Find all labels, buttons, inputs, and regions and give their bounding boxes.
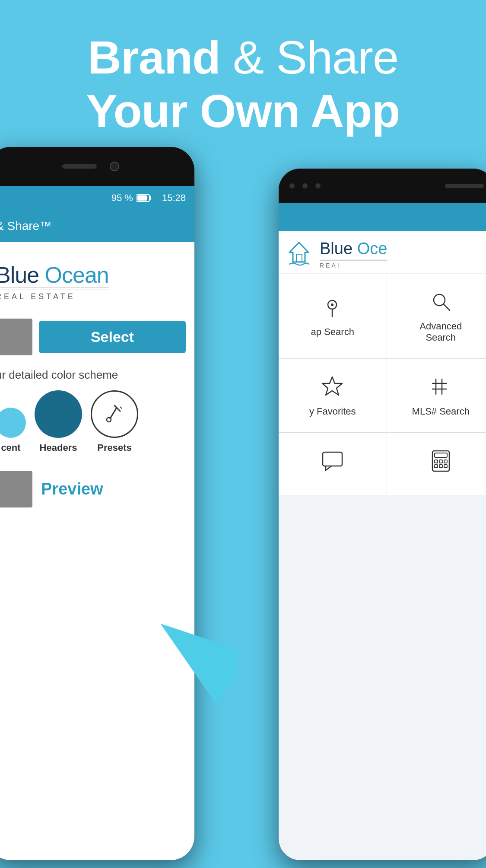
- svg-marker-8: [289, 243, 308, 262]
- brand-blue: Blue: [0, 262, 45, 287]
- color-circles: cent Headers: [0, 390, 138, 453]
- eyedropper-icon: [104, 403, 125, 425]
- select-row: Select: [0, 319, 186, 355]
- phone-speaker: [62, 164, 97, 169]
- preview-swatch[interactable]: [0, 471, 32, 507]
- svg-rect-9: [296, 254, 302, 262]
- top-section: Brand & Share Your Own App: [0, 0, 486, 169]
- logo-divider: [0, 287, 109, 288]
- menu-item-mls-search[interactable]: MLS# Search: [387, 359, 486, 432]
- brand-logo-text: Blue Ocean: [0, 264, 109, 286]
- phone-camera: [110, 162, 119, 171]
- headline: Brand & Share Your Own App: [86, 31, 400, 138]
- phone-right-speaker: [445, 184, 484, 188]
- map-pin-icon: [320, 294, 346, 320]
- right-ocean: Oce: [357, 239, 388, 258]
- svg-point-11: [331, 303, 334, 306]
- map-search-label: ap Search: [311, 326, 354, 338]
- headline-connector: & Share: [233, 31, 398, 83]
- svg-rect-23: [439, 460, 442, 463]
- color-item-headers: Headers: [35, 390, 82, 453]
- menu-item-message[interactable]: [279, 433, 387, 495]
- headers-label: Headers: [40, 442, 77, 453]
- mls-search-label: MLS# Search: [412, 406, 470, 417]
- right-logo-line-divider: [320, 259, 387, 259]
- presets-label: Presets: [97, 442, 132, 453]
- right-app-header: [279, 203, 486, 231]
- phone-right-screen: Blue Oce REAI ap: [279, 203, 486, 860]
- svg-line-3: [110, 408, 117, 418]
- svg-rect-24: [444, 460, 447, 463]
- brand-logo-left: Blue Ocean REAL ESTATE: [0, 259, 109, 306]
- advanced-search-label: AdvancedSearch: [419, 321, 462, 343]
- svg-line-5: [120, 407, 122, 408]
- accent-label: cent: [1, 442, 20, 453]
- svg-point-12: [434, 294, 445, 306]
- presets-circle[interactable]: [91, 390, 138, 438]
- svg-line-7: [110, 418, 111, 418]
- brand-ocean: Ocean: [45, 262, 109, 287]
- right-logo-main: Blue Oce: [320, 240, 387, 258]
- color-swatch-grey[interactable]: [0, 319, 32, 355]
- camera-dot2: [302, 183, 308, 188]
- color-scheme-label: ur detailed color scheme: [0, 368, 118, 382]
- svg-rect-1: [149, 196, 151, 200]
- svg-rect-27: [444, 465, 447, 468]
- arrow-overlay: [130, 616, 238, 704]
- right-logo-full-text: Blue Oce REAI: [320, 240, 387, 269]
- right-blue: Blue: [320, 239, 357, 258]
- menu-item-advanced-search[interactable]: AdvancedSearch: [387, 274, 486, 358]
- arrow-svg: [130, 616, 238, 702]
- color-item-presets: Presets: [91, 390, 138, 453]
- menu-grid: ap Search AdvancedSearch: [279, 274, 486, 495]
- color-item-accent: cent: [0, 408, 26, 453]
- calculator-icon: [428, 448, 454, 474]
- menu-item-map-search[interactable]: ap Search: [279, 274, 387, 358]
- right-logo-icon: [285, 240, 313, 268]
- preview-label[interactable]: Preview: [41, 480, 103, 498]
- phone-left-notch: [0, 147, 194, 186]
- camera-dot3: [315, 183, 321, 188]
- star-icon: [320, 374, 346, 400]
- right-logo-area: Blue Oce REAI: [279, 231, 486, 274]
- headers-circle[interactable]: [35, 390, 82, 438]
- status-bar: 95 % 15:28: [0, 186, 194, 210]
- menu-item-favorites[interactable]: y Favorites: [279, 359, 387, 432]
- phone-right-notch: [279, 169, 486, 203]
- svg-rect-19: [323, 452, 342, 466]
- app-content-left: Blue Ocean REAL ESTATE Select ur detaile…: [0, 242, 194, 516]
- phone-left-screen: 95 % 15:28 & Share™ Blue Ocean: [0, 186, 194, 860]
- favorites-label: y Favorites: [309, 406, 356, 417]
- app-header-left: & Share™: [0, 210, 194, 242]
- battery-icon: [137, 194, 152, 202]
- right-logo-subtitle: REAI: [320, 260, 387, 269]
- svg-line-13: [444, 304, 450, 310]
- hash-icon: [428, 374, 454, 400]
- svg-marker-14: [322, 377, 342, 395]
- app-header-title: & Share™: [0, 219, 51, 233]
- headline-line1: Brand & Share: [86, 31, 400, 84]
- message-icon: [320, 448, 346, 474]
- headline-line2: Your Own App: [86, 84, 400, 138]
- preview-area: Preview: [0, 471, 103, 507]
- svg-rect-26: [439, 465, 442, 468]
- battery-status: 95 %: [111, 192, 133, 204]
- svg-rect-2: [137, 195, 147, 201]
- brand-subtitle: REAL ESTATE: [0, 290, 109, 301]
- select-button[interactable]: Select: [39, 321, 186, 353]
- phone-left: 95 % 15:28 & Share™ Blue Ocean: [0, 147, 194, 860]
- menu-item-calculator[interactable]: [387, 433, 486, 495]
- phones-area: 95 % 15:28 & Share™ Blue Ocean: [0, 147, 486, 868]
- phone-right: Blue Oce REAI ap: [279, 169, 486, 860]
- svg-rect-25: [435, 465, 438, 468]
- headline-bold: Brand: [88, 31, 220, 83]
- search-icon: [428, 289, 454, 315]
- camera-dot1: [289, 183, 295, 188]
- accent-circle[interactable]: [0, 408, 26, 438]
- time-status: 15:28: [162, 192, 186, 204]
- svg-rect-21: [435, 453, 447, 457]
- svg-rect-22: [435, 460, 438, 463]
